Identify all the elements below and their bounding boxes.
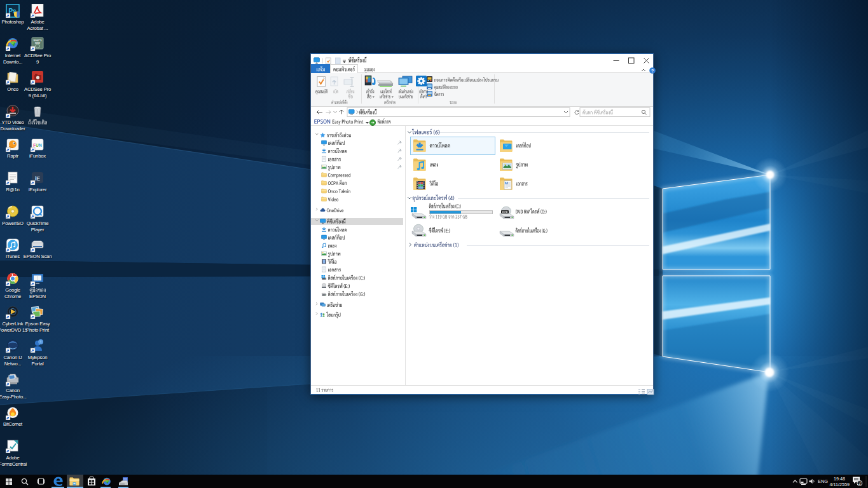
svg-text:?: ? <box>651 68 654 74</box>
svg-text:iE: iE <box>35 175 40 182</box>
svg-text:2: 2 <box>858 481 861 485</box>
svg-text:4/11/2559: 4/11/2559 <box>830 482 850 487</box>
svg-text:19:48: 19:48 <box>834 476 845 482</box>
svg-text:FUN: FUN <box>33 142 42 147</box>
svg-text:ENG: ENG <box>818 478 828 484</box>
svg-text:!: ! <box>40 341 41 344</box>
